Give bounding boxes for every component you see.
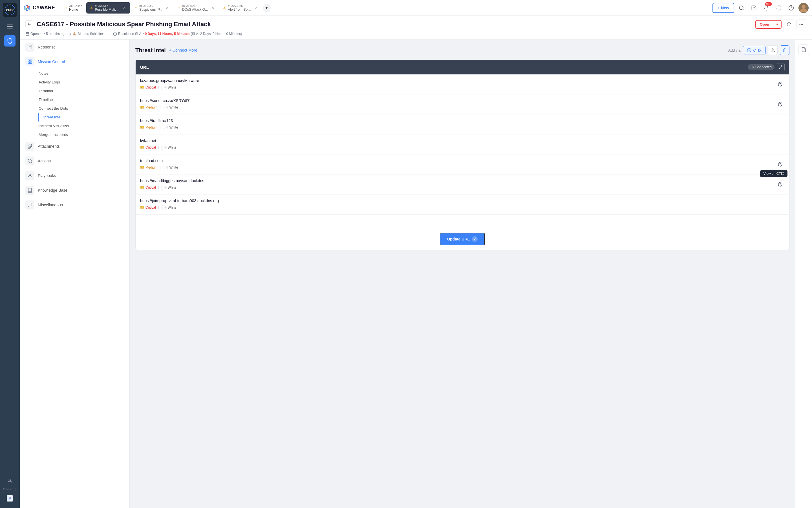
add-via-label: Add via	[728, 48, 740, 52]
tab-home[interactable]: ⚠ All Cases Home	[60, 2, 86, 13]
ctix-add-button[interactable]: CTIX	[743, 46, 766, 54]
white-badge[interactable]: White	[161, 185, 180, 190]
update-url-button[interactable]: Update URL ✓	[440, 233, 485, 245]
knowledge-base-icon	[26, 186, 34, 195]
right-panel-button-1[interactable]	[799, 44, 809, 55]
sidebar-item-mission-control[interactable]: Mission Control	[20, 54, 129, 69]
sidebar-item-knowledge-base[interactable]: Knowledge Base	[20, 183, 129, 198]
expand-button[interactable]	[777, 63, 785, 71]
opened-by-label: by	[68, 32, 71, 36]
more-options-button[interactable]: •••	[796, 19, 806, 29]
sidebar-sub-activity-logs[interactable]: Activity Logs	[38, 78, 129, 87]
ctix-view-button[interactable]	[776, 100, 785, 109]
opened-meta: Opened • 5 months ago by Marcus Schleife…	[26, 32, 103, 36]
upload-action-button[interactable]	[768, 45, 778, 55]
help-button[interactable]	[786, 3, 796, 13]
sidebar-sub-incident-visualizer[interactable]: Incident Visualizer	[38, 122, 129, 130]
tab-cas0213[interactable]: ⚠ #CAS0213 DDoS Attack O... ✕	[174, 2, 219, 13]
back-button[interactable]	[26, 20, 33, 28]
sidebar-item-miscellaneous[interactable]: Miscellaneous	[20, 198, 129, 212]
tab-cas0213-warning: ⚠	[177, 6, 180, 10]
mission-control-icon	[26, 57, 34, 66]
tab-cas617-close[interactable]: ✕	[122, 6, 127, 10]
spinner-button[interactable]	[774, 3, 784, 13]
user-avatar[interactable]	[799, 3, 809, 13]
ctix-view-button[interactable]	[776, 80, 785, 89]
url-row-info: https://trafffi.ru/123 🎫 Medium | White	[140, 118, 785, 130]
sidebar-knowledge-base-label: Knowledge Base	[38, 188, 68, 193]
collapse-icon[interactable]	[120, 59, 124, 64]
user-rail-icon[interactable]	[4, 475, 15, 486]
url-row-info: totalpad.com 🎫 Medium | White	[140, 159, 776, 170]
tab-cas3356-main-label: #CAS3356	[139, 4, 162, 8]
white-badge[interactable]: White	[163, 104, 181, 110]
connected-count: 07 Connected	[751, 65, 772, 69]
sidebar-item-playbooks[interactable]: Playbooks	[20, 168, 129, 183]
severity-badge: 🎫 Medium	[140, 105, 158, 110]
url-text: totalpad.com	[140, 159, 776, 163]
white-badge[interactable]: White	[161, 144, 180, 150]
svg-point-19	[74, 32, 76, 34]
sidebar-mission-control-label: Mission Control	[38, 59, 65, 64]
svg-point-27	[29, 174, 31, 176]
check-circle-icon: ✓	[472, 236, 478, 242]
sidebar-sub-notes[interactable]: Notes	[38, 69, 129, 78]
search-button[interactable]	[736, 3, 746, 13]
url-row: https://sunuf.co.za/XSRYdR1 🎫 Medium | W…	[136, 94, 789, 115]
sidebar-item-attachments[interactable]: Attachments	[20, 139, 129, 154]
tab-cas617[interactable]: ⚠ #CAS617 Possible Malic... ✕	[86, 2, 130, 13]
tab-cas3836[interactable]: ⚠ #CAS3836 Alert from Spl... ✕	[219, 2, 262, 13]
meta-separator: |	[108, 32, 109, 36]
attachments-icon	[26, 142, 34, 151]
sidebar-sub-timeline[interactable]: Timeline	[38, 95, 129, 104]
notifications-button[interactable]: 99+	[761, 3, 771, 13]
tab-cas3356[interactable]: ⚠ #CAS3356 Suspicious IP... ✕	[131, 2, 173, 13]
nav-actions: + New 99+	[713, 3, 809, 13]
connect-more-button[interactable]: + Connect More	[169, 48, 197, 52]
open-status-button[interactable]: Open	[756, 20, 773, 28]
tab-cas0213-close[interactable]: ✕	[211, 6, 215, 10]
severity-badge: 🎫 Critical	[140, 206, 156, 209]
list-view-button[interactable]	[780, 45, 789, 55]
tab-cas3356-close[interactable]: ✕	[165, 6, 169, 10]
sidebar-sub-threat-intel[interactable]: Threat Intel	[38, 113, 129, 122]
white-badge[interactable]: White	[163, 125, 181, 130]
response-icon	[26, 43, 34, 52]
sidebar-item-response[interactable]: Response	[20, 40, 129, 54]
hamburger-menu-icon[interactable]	[5, 22, 15, 33]
ctix-view-button[interactable]	[776, 180, 785, 189]
cyware-logo[interactable]: CYWARE	[23, 4, 55, 12]
connected-badge: 07 Connected	[748, 64, 774, 70]
left-rail: CFTR Powered by	[0, 0, 20, 508]
content-area: Response Mission Control Notes Activity …	[20, 40, 812, 508]
ctix-view-button[interactable]: View on CTIX	[776, 160, 785, 169]
url-text: lazarous.group/wannacryMalware	[140, 78, 776, 83]
sidebar-sub-connect-dots[interactable]: Connect the Dots	[38, 104, 129, 113]
url-tags: 🎫 Medium | White	[140, 104, 776, 110]
tab-cas3836-close[interactable]: ✕	[254, 6, 259, 10]
open-status-dropdown[interactable]: ▾	[773, 20, 781, 28]
white-badge[interactable]: White	[163, 165, 181, 170]
severity-badge: 🎫 Medium	[140, 166, 158, 169]
sidebar-sub-terminal[interactable]: Terminal	[38, 87, 129, 95]
white-badge[interactable]: White	[161, 85, 180, 90]
cyware-bottom-icon[interactable]	[4, 493, 15, 504]
svg-rect-4	[7, 28, 13, 29]
url-row-info: https://mandtbiggestboysan.duckdns 🎫 Cri…	[140, 178, 776, 190]
sidebar-item-actions[interactable]: Actions	[20, 154, 129, 168]
sla-label: Resolution SLA	[118, 32, 141, 36]
cftr-logo[interactable]: CFTR	[3, 3, 17, 17]
case-header: CASE617 - Possible Malicious Spear Phish…	[20, 16, 812, 40]
svg-point-12	[739, 6, 743, 9]
refresh-button[interactable]	[784, 19, 794, 29]
checkmark-button[interactable]	[749, 3, 759, 13]
opened-by: Marcus Schleifer	[78, 32, 103, 36]
white-badge[interactable]: White	[161, 205, 180, 210]
url-row-info: kvfan.net 🎫 Critical | White	[140, 138, 785, 150]
new-button[interactable]: + New	[713, 3, 734, 13]
right-panel	[795, 40, 812, 508]
sidebar-sub-merged-incidents[interactable]: Merged Incidents	[38, 130, 129, 139]
tabs-more-button[interactable]: ▾	[263, 4, 271, 12]
shield-rail-icon[interactable]	[4, 35, 15, 46]
url-row-info: lazarous.group/wannacryMalware 🎫 Critica…	[140, 78, 776, 90]
